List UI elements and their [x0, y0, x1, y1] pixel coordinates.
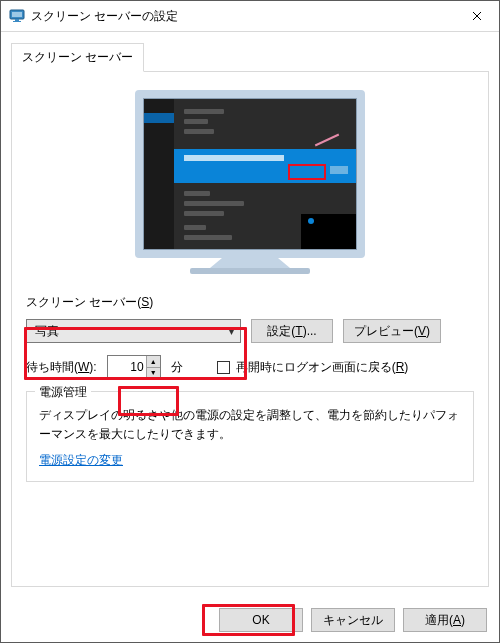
preview-monitor [26, 90, 474, 274]
app-icon [9, 8, 25, 24]
close-button[interactable] [455, 1, 499, 31]
screensaver-label: スクリーン セーバー(S) [26, 294, 474, 311]
power-fieldset: 電源管理 ディスプレイの明るさや他の電源の設定を調整して、電力を節約したりパフォ… [26, 391, 474, 482]
dialog-button-row: OK キャンセル 適用(A) [219, 608, 487, 632]
chevron-down-icon: ▾ [229, 326, 234, 337]
tab-strip: スクリーン セーバー [11, 43, 489, 72]
svg-rect-3 [13, 21, 21, 22]
window-title: スクリーン セーバーの設定 [31, 8, 455, 25]
preview-button[interactable]: プレビュー(V) [343, 319, 441, 343]
apply-button[interactable]: 適用(A) [403, 608, 487, 632]
ok-button[interactable]: OK [219, 608, 303, 632]
tab-pane: スクリーン セーバー(S) 写真 ▾ 設定(T)... プレビュー(V) 待ち時… [11, 71, 489, 587]
wait-input[interactable] [108, 357, 146, 377]
close-icon [472, 11, 482, 21]
power-settings-link[interactable]: 電源設定の変更 [39, 453, 123, 467]
spinner-up[interactable]: ▲ [147, 356, 160, 368]
wait-label: 待ち時間(W): [26, 359, 97, 376]
titlebar: スクリーン セーバーの設定 [1, 1, 499, 32]
screensaver-selected: 写真 [35, 323, 59, 340]
cancel-button[interactable]: キャンセル [311, 608, 395, 632]
screensaver-dropdown[interactable]: 写真 ▾ [26, 319, 241, 343]
tab-screensaver[interactable]: スクリーン セーバー [11, 43, 144, 72]
screensaver-settings-window: スクリーン セーバーの設定 スクリーン セーバー [0, 0, 500, 643]
svg-rect-1 [12, 12, 22, 17]
power-description: ディスプレイの明るさや他の電源の設定を調整して、電力を節約したりパフォーマンスを… [39, 406, 461, 444]
resume-label: 再開時にログオン画面に戻る(R) [236, 359, 409, 376]
power-legend: 電源管理 [35, 384, 91, 401]
settings-button[interactable]: 設定(T)... [251, 319, 333, 343]
wait-unit: 分 [171, 359, 183, 376]
wait-spinner[interactable]: ▲ ▼ [107, 355, 161, 379]
spinner-down[interactable]: ▼ [147, 368, 160, 379]
svg-rect-2 [15, 19, 19, 21]
resume-checkbox-wrap[interactable]: 再開時にログオン画面に戻る(R) [217, 359, 409, 376]
resume-checkbox[interactable] [217, 361, 230, 374]
tab-area: スクリーン セーバー [1, 32, 499, 587]
